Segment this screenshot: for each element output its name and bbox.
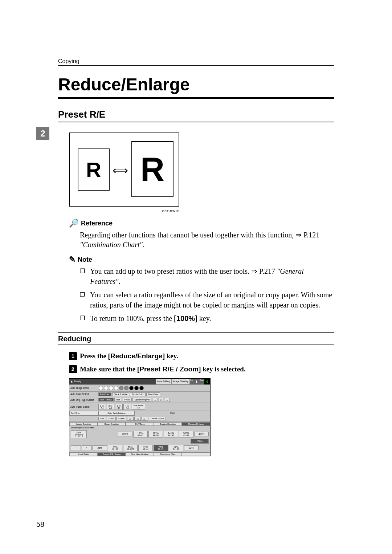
- step-2-number: 2: [69, 365, 77, 373]
- ss-copy-label: Copy: [199, 379, 204, 384]
- step-1-number: 1: [69, 352, 77, 360]
- page-number: 58: [36, 520, 44, 529]
- ss-twin-color: Twin Color: [146, 392, 160, 396]
- ss-tray2: 2 ▭A4: [107, 404, 114, 410]
- ss-r-200b: 200%A5→A3: [179, 431, 193, 437]
- control-panel-screenshot: ◐ Ready Area Editing Image Overlay Qty. …: [69, 378, 211, 456]
- ss-r-141: 141%A4→A3: [164, 431, 178, 437]
- ss-special-original: Special Original: [132, 398, 151, 402]
- ss-r-115: 115%B4→A3: [133, 431, 148, 437]
- ss-r-25: 25%: [93, 445, 107, 450]
- ss-single-color: Single Color: [130, 392, 146, 396]
- ss-disabled: [182, 452, 210, 456]
- note-item-2: You can select a ratio regardless of the…: [80, 290, 334, 310]
- ss-r-400: 400%: [194, 432, 209, 436]
- ss-qty-label: Qty.: [190, 379, 194, 384]
- running-header: Copying: [58, 58, 334, 66]
- ss-cover-creation: Cover Creation: [98, 422, 126, 426]
- ss-auto-image-density: Auto Image Dens.: [69, 385, 98, 391]
- ss-directional-mag: Directional Mag.: [154, 452, 182, 456]
- ss-black-white: Black & White: [112, 392, 129, 396]
- ss-reduce-enlarge: Reduce/Enlarge: [182, 422, 210, 426]
- ss-full-color: Full Color: [98, 392, 111, 396]
- ss-r-65: 65%A3→F/F4: [123, 445, 138, 451]
- figure-original-R: R: [78, 148, 110, 191]
- ss-r-82: 82%B4→A4: [169, 445, 183, 451]
- ss-duplex-combine: Duplex/Combine: [154, 422, 182, 426]
- note-item-1: You can add up to two preset ratios with…: [80, 266, 334, 286]
- ss-plus: +: [82, 445, 92, 450]
- ss-r-122: 122%A4→B4: [148, 431, 163, 437]
- ss-r-200a: 200%: [118, 432, 132, 436]
- ss-qty: 1: [193, 379, 199, 384]
- ss-image-overlay: Image Overlay: [171, 379, 189, 384]
- ss-preset-re-zoom: Preset R/E / Zoom: [98, 452, 126, 456]
- ss-auto-paper: Auto Paper Select: [69, 403, 98, 411]
- ss-staple: Staple: [117, 417, 126, 420]
- ss-staple-pos3: ▭▫: [142, 417, 148, 421]
- subheading-rule: [58, 122, 334, 122]
- ss-full-size: Full Size: [69, 411, 98, 416]
- reference-label: Reference: [81, 220, 113, 227]
- ss-copy-count: 0: [204, 379, 210, 384]
- ss-photo: Photo: [123, 398, 132, 402]
- ss-auto-orig-type: Auto Orig. Type Select: [69, 397, 98, 403]
- ss-text-photo: Text / Photo: [98, 398, 114, 402]
- note-icon: ✎: [69, 255, 75, 264]
- step-2: 2 Make sure that the [Preset R/E / Zoom]…: [69, 365, 334, 373]
- double-arrow-icon: ⟺: [113, 164, 128, 177]
- reference-icon: 🔎: [69, 219, 79, 228]
- ss-r-93: 93%: [184, 445, 199, 450]
- ss-stack: Stack: [107, 417, 116, 420]
- reducing-heading: Reducing: [58, 335, 334, 343]
- ss-sort: Sort: [98, 417, 106, 420]
- ss-auto-re: Auto Red./Enlarge: [98, 411, 135, 416]
- note-item-3: To return to 100%, press the [100%] key.: [80, 314, 334, 324]
- ss-special-mode: [69, 416, 98, 421]
- note-label: Note: [78, 256, 92, 264]
- ss-staple-pos1: ▭▫: [127, 417, 134, 421]
- ss-tray1: 1 ▭A4: [98, 404, 106, 410]
- step-1: 1 Press the [Reduce/Enlarge] key.: [69, 352, 334, 360]
- ss-orient-3: ▭: [164, 398, 170, 402]
- section-rule-top: [58, 332, 334, 333]
- ss-text: Text: [114, 398, 122, 402]
- ss-tray3: 3 ▭B4: [115, 404, 123, 410]
- margin-step-indicator: 2: [36, 127, 49, 140]
- note-list: You can add up to two preset ratios with…: [80, 266, 334, 324]
- figure-code: GCTHEN1E: [69, 209, 179, 213]
- ss-ratio-display: 75 % ◂ ▸: [71, 430, 87, 438]
- ss-r-71: 71%A3→A4: [138, 445, 153, 451]
- title-rule: [58, 97, 334, 99]
- ss-shift-book: Shift/Book: [126, 422, 154, 426]
- figure-enlarged-R: R: [131, 141, 173, 197]
- ss-r-50: 50%A3→A5: [108, 445, 122, 451]
- ss-select-ratio-label: Select reproduction ratio.: [69, 426, 210, 429]
- ss-check-modes: Check Modes: [149, 417, 166, 420]
- ss-tray4: 4 ▭A4: [123, 404, 131, 410]
- reference-text: Regarding other functions that cannot be…: [80, 230, 334, 250]
- ss-area-editing: Area Editing: [156, 379, 171, 384]
- reduce-enlarge-figure: R ⟺ R: [69, 133, 179, 207]
- page-title: Reduce/Enlarge: [58, 74, 334, 94]
- ss-display-ratio: 75%: [135, 411, 210, 416]
- ss-tray-notinstall: Not InstallA4: [132, 404, 145, 410]
- ss-ready: ◐ Ready: [69, 379, 156, 384]
- ss-r-100: 100%: [191, 439, 209, 444]
- ss-size-mag: Size Magnification: [126, 452, 154, 456]
- ss-orient-1: ▭: [152, 398, 158, 402]
- ss-auto-color-select: Auto Color Select: [69, 392, 98, 397]
- ss-minus: −: [71, 445, 81, 450]
- ss-input-ratio: Input Ratio: [69, 452, 98, 456]
- ss-orient-2: ▯: [159, 398, 163, 402]
- ss-image-creation: Image Creation: [69, 422, 98, 426]
- ss-r-75: 75%B4→F4: [154, 445, 168, 451]
- section-rule-bottom: [58, 345, 334, 345]
- subheading-preset-re: Preset R/E: [58, 109, 334, 120]
- ss-staple-pos2: ▫▭: [134, 417, 141, 421]
